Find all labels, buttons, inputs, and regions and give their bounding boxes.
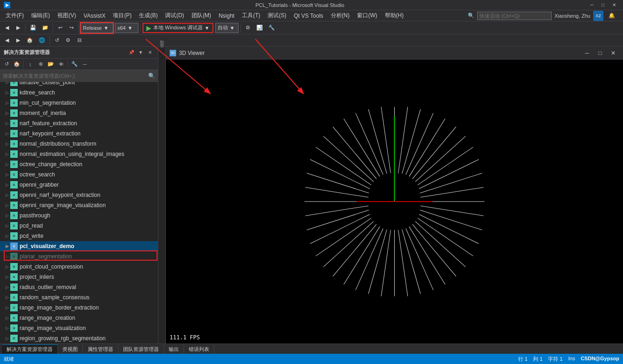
sep5 — [240, 23, 241, 33]
viewer-title-text: 3D Viewer — [179, 50, 205, 56]
tool2-button[interactable]: 📊 — [254, 23, 265, 33]
menu-window[interactable]: 窗口(W) — [353, 11, 381, 20]
list-item[interactable]: ▷≡openni_range_image_visualization — [0, 200, 158, 210]
list-item[interactable]: ▷≡moment_of_inertia — [0, 108, 158, 118]
sidebar-search-input[interactable] — [3, 73, 148, 79]
menu-build[interactable]: 生成(B) — [135, 11, 161, 20]
menu-analyze[interactable]: 分析(N) — [327, 11, 354, 20]
viewer-canvas[interactable]: 111.1 FPS — [166, 60, 623, 344]
point-cloud-view — [166, 60, 623, 344]
menu-test[interactable]: 测试(S) — [264, 11, 290, 20]
menu-debug[interactable]: 调试(D) — [161, 11, 188, 20]
pin-button[interactable]: 📌 — [127, 48, 136, 57]
quick-launch-input[interactable] — [477, 12, 552, 20]
list-item[interactable]: ▷≡radius_outlier_removal — [0, 282, 158, 292]
layout-btn[interactable]: ⊟ — [74, 35, 84, 46]
list-item[interactable]: ▷≡narf_keypoint_extraction — [0, 128, 158, 139]
undo-button[interactable]: ↩ — [55, 23, 65, 33]
list-item[interactable]: ▶≡pcl_visualizer_demo — [0, 241, 158, 251]
list-item[interactable]: ▷≡min_cut_segmentation — [0, 98, 158, 108]
refresh-btn[interactable]: ↺ — [52, 35, 62, 46]
expand-arrow-icon: ▷ — [4, 203, 10, 208]
nav-btn2[interactable]: ▶ — [13, 35, 23, 46]
notification-button[interactable]: 🔔 — [606, 11, 617, 21]
list-item[interactable]: ▷≡random_sample_consensus — [0, 292, 158, 303]
forward-button[interactable]: ▶ — [13, 23, 23, 33]
maximize-button[interactable]: □ — [598, 0, 608, 10]
save-all-button[interactable]: 📁 — [40, 23, 51, 33]
menu-project[interactable]: 项目(P) — [109, 11, 135, 20]
list-item[interactable]: ▷≡narf_feature_extraction — [0, 118, 158, 128]
save-button[interactable]: 💾 — [27, 23, 39, 33]
close-panel-button[interactable]: ✕ — [146, 48, 154, 57]
show-all-btn[interactable]: 👁 — [56, 60, 66, 69]
filter-btn[interactable]: ⊕ — [36, 60, 45, 69]
menu-help[interactable]: 帮助(H) — [381, 11, 408, 20]
menu-view[interactable]: 视图(V) — [54, 11, 80, 20]
tab-solution-explorer[interactable]: 解决方案资源管理器 — [2, 344, 58, 354]
item-label: passthrough — [20, 212, 50, 219]
expand-btn[interactable]: ↕ — [26, 60, 35, 69]
refresh-tree-btn[interactable]: ↺ — [2, 60, 11, 69]
list-item[interactable]: ▷≡normal_estimation_using_integral_image… — [0, 149, 158, 159]
list-item[interactable]: ▷≡range_image_creation — [0, 313, 158, 323]
tab-property-manager[interactable]: 属性管理器 — [83, 344, 118, 354]
configuration-dropdown[interactable]: Release ▼ — [81, 23, 113, 33]
list-item[interactable]: ▷≡range_image_visualization — [0, 323, 158, 333]
web-btn[interactable]: 🌐 — [36, 35, 48, 46]
nav-btn1[interactable]: ◀ — [2, 35, 12, 46]
auto-dropdown[interactable]: 自动 ▼ — [215, 23, 239, 33]
back-button[interactable]: ◀ — [2, 23, 12, 33]
redo-button[interactable]: ↪ — [66, 23, 76, 33]
viewer-close-btn[interactable]: ✕ — [607, 47, 619, 59]
folder-view-btn[interactable]: 📂 — [46, 60, 55, 69]
main-area: 解决方案资源管理器 📌 ▼ ✕ ↺ 🏠 ↕ ⊕ 📂 👁 🔧 ─ 🔍 — [0, 47, 623, 344]
list-item[interactable]: ▷≡passthrough — [0, 210, 158, 221]
list-item[interactable]: ▷≡kdtree_search — [0, 88, 158, 98]
properties-btn[interactable]: 🔧 — [70, 60, 79, 69]
menu-qtvs[interactable]: Qt VS Tools — [290, 12, 327, 20]
menu-nsight[interactable]: Nsight — [215, 12, 238, 20]
tab-class-view[interactable]: 类视图 — [58, 344, 83, 354]
minimize-button[interactable]: ─ — [587, 0, 597, 10]
home-btn[interactable]: 🏠 — [24, 35, 35, 46]
menu-file[interactable]: 文件(F) — [2, 11, 27, 20]
list-item[interactable]: ▷≡pcd_read — [0, 221, 158, 231]
tab-output[interactable]: 输出 — [164, 344, 184, 354]
tool3-button[interactable]: 🔧 — [266, 23, 277, 33]
menu-tools[interactable]: 工具(T) — [238, 11, 264, 20]
menu-vassistx[interactable]: VAssistX — [80, 12, 109, 20]
list-item[interactable]: ▷≡range_image_border_extraction — [0, 303, 158, 313]
tab-team-explorer[interactable]: 团队资源管理器 — [118, 344, 164, 354]
settings-btn[interactable]: ⚙ — [63, 35, 73, 46]
run-debugger-button[interactable]: ▶ 本地 Windows 调试器 ▼ — [143, 23, 213, 33]
item-icon: ≡ — [10, 253, 18, 260]
list-item[interactable]: ▷≡openni_grabber — [0, 180, 158, 190]
home-tree-btn[interactable]: 🏠 — [12, 60, 21, 69]
platform-dropdown[interactable]: x64 ▼ — [115, 23, 138, 33]
list-item[interactable]: ▷≡octree_change_detection — [0, 159, 158, 169]
item-label: openni_grabber — [20, 182, 59, 188]
list-item[interactable]: ▷≡planar_segmentation — [0, 251, 158, 262]
viewer-minimize-btn[interactable]: ─ — [581, 47, 593, 59]
menu-team[interactable]: 团队(M) — [188, 11, 215, 20]
list-item[interactable]: ▷≡openni_narf_keypoint_extraction — [0, 190, 158, 200]
close-button[interactable]: ✕ — [609, 0, 619, 10]
list-item[interactable]: ▷≡normal_distributions_transform — [0, 139, 158, 149]
list-item[interactable]: ▷≡region_growing_rgb_segmentation — [0, 333, 158, 344]
avatar: XZ — [593, 11, 603, 21]
list-item[interactable]: ▷≡pcd_write — [0, 231, 158, 241]
tool1-button[interactable]: ⚙ — [243, 23, 253, 33]
list-item[interactable]: ▷≡project_inliers — [0, 272, 158, 282]
status-ins: Ins — [568, 356, 575, 363]
expand-arrow-icon: ▷ — [4, 305, 10, 310]
expand-arrow-icon: ▷ — [4, 111, 10, 115]
dock-button[interactable]: ▼ — [137, 48, 145, 57]
viewer-maximize-btn[interactable]: □ — [594, 47, 606, 59]
tab-error-list[interactable]: 错误列表 — [184, 344, 214, 354]
list-item[interactable]: ▷≡iterative_closest_point — [0, 82, 158, 88]
list-item[interactable]: ▷≡octree_search — [0, 169, 158, 180]
menu-edit[interactable]: 编辑(E) — [27, 11, 54, 20]
minus-btn[interactable]: ─ — [80, 60, 89, 69]
list-item[interactable]: ▷≡point_cloud_compression — [0, 262, 158, 272]
